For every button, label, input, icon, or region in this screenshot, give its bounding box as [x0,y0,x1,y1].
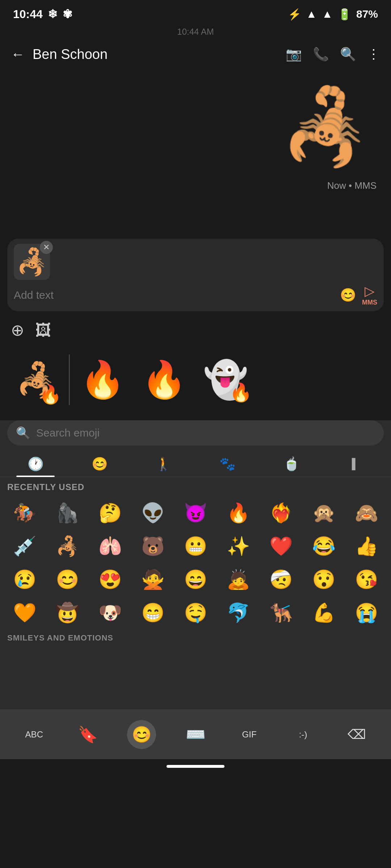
app-bar: ← Ben Schoon 📷 📞 🔍 ⋮ [0,40,391,69]
emoji-drool[interactable]: 🤤 [175,596,216,629]
emoticon-kbd-icon: ⌨️ [186,725,206,744]
emoji-horse-jockey[interactable]: 🏇 [4,497,46,529]
contact-name: Ben Schoon [33,47,286,62]
sticker-keyboard-button[interactable]: 🔖 [61,721,115,748]
people-icon: 🚶 [155,456,172,472]
sent-sticker: 🦂 [275,76,377,177]
sticker-suggestion-1[interactable]: 🦂🔥 [7,351,65,409]
emoji-thinking[interactable]: 🤔 [89,497,131,529]
emoji-alien[interactable]: 👽 [132,497,174,529]
emoji-grimace[interactable]: 😬 [175,530,216,562]
signal-icon: ▲ [322,8,333,20]
emoji-dog[interactable]: 🐶 [89,596,131,629]
emoji-thumbsup[interactable]: 👍 [345,530,387,562]
emoji-heart-eyes[interactable]: 😍 [89,563,131,596]
emoji-category-tabs: 🕐 😊 🚶 🐾 🍵 ▌ [0,451,391,477]
emoji-scorpion[interactable]: 🦂 [46,530,88,562]
emoji-syringe[interactable]: 💉 [4,530,46,562]
emoji-picker-button[interactable]: 😊 [340,288,356,303]
emoji-monkey-speak[interactable]: 🙊 [303,497,345,529]
message-area: 🦂 Now • MMS [0,69,391,235]
sticker-suggestion-2[interactable]: 🔥 [73,351,131,409]
gallery-button[interactable]: 🖼 [35,321,51,339]
emoji-cowboy[interactable]: 🤠 [46,596,88,629]
add-attachment-button[interactable]: ⊕ [11,321,24,339]
emoji-smile[interactable]: 😊 [46,563,88,596]
emoji-sad[interactable]: 😢 [4,563,46,596]
time-watermark: 10:44 AM [0,25,391,40]
backspace-icon: ⌫ [348,727,366,742]
sticker-suggestions: 🦂🔥 🔥 🔥 👻🔥 [0,345,391,414]
tab-food[interactable]: 🍵 [260,451,324,477]
emoji-guide-dog[interactable]: 🐕‍🦺 [260,596,302,629]
tab-recent[interactable]: 🕐 [4,451,68,477]
backspace-button[interactable]: ⌫ [330,723,384,746]
emoji-laugh-cry[interactable]: 😂 [303,530,345,562]
emoji-bandage[interactable]: 🤕 [260,563,302,596]
emoticon-keyboard-button[interactable]: ⌨️ [169,721,223,748]
emoji-no-gesture[interactable]: 🙅 [132,563,174,596]
tab-more[interactable]: ▌ [323,453,387,475]
emoji-heart-fire[interactable]: ❤️‍🔥 [260,497,302,529]
text-face-label: :-) [299,729,307,740]
phone-icon[interactable]: 📞 [313,47,329,62]
sticker-suggestion-4[interactable]: 👻🔥 [197,351,255,409]
emoji-gorilla[interactable]: 🦍 [46,497,88,529]
bluetooth-icon: ⚡ [288,8,301,21]
search-icon[interactable]: 🔍 [340,47,356,62]
recently-used-label: RECENTLY USED [0,477,391,495]
remove-sticker-button[interactable]: ✕ [40,241,53,254]
emoji-keyboard-button[interactable]: 😊 [115,716,169,753]
emoji-monkey-see[interactable]: 🙈 [345,497,387,529]
emoji-kiss[interactable]: 😘 [345,563,387,596]
snowflake-icon: ❄ [48,7,58,21]
emoji-devil[interactable]: 😈 [175,497,216,529]
nav-bar [0,759,391,774]
emoji-bow[interactable]: 🙇 [217,563,259,596]
emoji-muscle[interactable]: 💪 [303,596,345,629]
recent-icon: 🕐 [28,456,44,472]
emoji-keyboard: 🔍 🕐 😊 🚶 🐾 🍵 ▌ RECENTLY USED 🏇 🦍 🤔 👽 😈 🔥 [0,420,391,710]
abc-keyboard-button[interactable]: ABC [7,725,61,744]
tab-people[interactable]: 🚶 [131,451,196,477]
gif-label: GIF [242,729,257,740]
gif-button[interactable]: GIF [222,725,276,744]
message-text-input[interactable] [14,289,334,301]
tab-animals[interactable]: 🐾 [196,451,260,477]
emoji-hushed[interactable]: 😯 [303,563,345,596]
send-button[interactable]: ▷ MMS [362,284,377,306]
message-input-area: 🦂 ✕ 😊 ▷ MMS [7,239,384,311]
video-call-icon[interactable]: 📷 [286,47,302,62]
tab-smileys[interactable]: 😊 [68,451,132,477]
keyboard-bottom-row: ABC 🔖 😊 ⌨️ GIF :-) ⌫ [0,710,391,759]
battery-icon: 🔋 [338,8,351,21]
nav-pill [167,765,224,768]
text-face-button[interactable]: :-) [276,725,330,744]
emoji-fire[interactable]: 🔥 [217,497,259,529]
emoji-orange-heart[interactable]: 🧡 [4,596,46,629]
emoji-search-bar: 🔍 [7,420,384,446]
emoji-cry[interactable]: 😭 [345,596,387,629]
emoji-search-icon: 🔍 [16,426,30,440]
emoji-sparkles[interactable]: ✨ [217,530,259,562]
status-left: 10:44 ❄ ✾ [13,7,72,21]
smileys-icon: 😊 [92,456,108,472]
emoji-lungs[interactable]: 🫁 [89,530,131,562]
emoji-search-input[interactable] [36,427,375,439]
back-button[interactable]: ← [11,47,25,62]
text-input-row: 😊 ▷ MMS [14,284,377,306]
message-meta: Now • MMS [327,180,377,191]
more-options-icon[interactable]: ⋮ [367,47,380,62]
emoji-laugh[interactable]: 😁 [132,596,174,629]
emoji-bear[interactable]: 🐻 [132,530,174,562]
emoji-heart[interactable]: ❤️ [260,530,302,562]
sticker-suggestion-3[interactable]: 🔥 [135,351,193,409]
emoji-dolphin[interactable]: 🐬 [217,596,259,629]
sticker-divider [69,354,70,405]
status-right: ⚡ ▲ ▲ 🔋 87% [288,8,378,21]
app-bar-actions: 📷 📞 🔍 ⋮ [286,47,380,62]
emoji-kbd-icon: 😊 [132,725,152,744]
bottom-toolbar: ⊕ 🖼 [0,315,391,345]
recent-emoji-grid: 🏇 🦍 🤔 👽 😈 🔥 ❤️‍🔥 🙊 🙈 💉 🦂 🫁 🐻 😬 ✨ ❤️ 😂 👍 … [0,495,391,630]
emoji-grin[interactable]: 😄 [175,563,216,596]
